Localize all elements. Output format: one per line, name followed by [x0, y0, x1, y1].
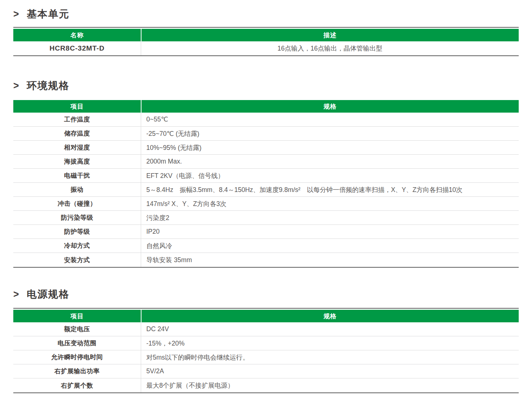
- row-value: 自然风冷: [141, 239, 519, 253]
- section-title-basic-unit: 基本单元: [27, 8, 69, 20]
- model-description: 16点输入，16点输出，晶体管输出型: [141, 41, 519, 55]
- column-header-name: 名称: [13, 29, 141, 41]
- table-row: 允许瞬时停电时间 对5ms以下的瞬时停电会继续运行。: [13, 350, 519, 364]
- row-value: 污染度2: [141, 211, 519, 224]
- table-row: 冷却方式 自然风冷: [13, 239, 519, 253]
- basic-unit-table: 名称 描述 HCR8C-32MT-D 16点输入，16点输出，晶体管输出型: [13, 27, 519, 56]
- table-row: 防污染等级 污染度2: [13, 211, 519, 225]
- row-label: 工作温度: [13, 113, 141, 126]
- table-row: 右扩展个数 最大8个扩展（不接扩展电源）: [13, 378, 519, 392]
- row-label: 冲击（碰撞）: [13, 197, 141, 210]
- row-value: 147m/s² X、Y、Z方向各3次: [141, 197, 519, 210]
- table-row: HCR8C-32MT-D 16点输入，16点输出，晶体管输出型: [13, 41, 519, 55]
- row-value: -15%，+20%: [141, 336, 519, 350]
- table-row: 储存温度 -25~70℃ (无结露): [13, 127, 519, 141]
- table-row: 电压变动范围 -15%，+20%: [13, 336, 519, 350]
- section-environment-header: > 环境规格: [13, 80, 519, 92]
- row-value: EFT 2KV（电源、信号线）: [141, 169, 519, 182]
- column-header-item: 项目: [13, 310, 141, 322]
- row-label: 防污染等级: [13, 211, 141, 224]
- row-value: 0~55℃: [141, 113, 519, 126]
- table-row: 相对湿度 10%~95% (无结露): [13, 141, 519, 155]
- table-header-row: 项目 规格: [13, 310, 519, 322]
- row-label: 额定电压: [13, 322, 141, 336]
- row-value: IP20: [141, 225, 519, 239]
- table-row: 右扩展输出功率 5V/2A: [13, 364, 519, 378]
- table-row: 工作温度 0~55℃: [13, 113, 519, 127]
- row-label: 右扩展输出功率: [13, 364, 141, 378]
- table-header-row: 名称 描述: [13, 29, 519, 41]
- environment-spec-table: 项目 规格 工作温度 0~55℃ 储存温度 -25~70℃ (无结露) 相对湿度…: [13, 100, 519, 268]
- row-value: 10%~95% (无结露): [141, 141, 519, 154]
- table-row: 海拔高度 2000m Max.: [13, 155, 519, 169]
- row-label: 相对湿度: [13, 141, 141, 154]
- row-label: 电磁干扰: [13, 169, 141, 182]
- table-row: 电磁干扰 EFT 2KV（电源、信号线）: [13, 169, 519, 183]
- column-header-spec: 规格: [141, 100, 519, 113]
- section-basic-unit-header: > 基本单元: [13, 0, 519, 20]
- model-name: HCR8C-32MT-D: [13, 41, 141, 55]
- row-value: 5V/2A: [141, 364, 519, 378]
- table-row: 额定电压 DC 24V: [13, 322, 519, 336]
- table-row: 安装方式 导轨安装 35mm: [13, 253, 519, 267]
- power-spec-table: 项目 规格 额定电压 DC 24V 电压变动范围 -15%，+20% 允许瞬时停…: [13, 308, 519, 393]
- section-power-header: > 电源规格: [13, 288, 519, 300]
- row-value: 最大8个扩展（不接扩展电源）: [141, 378, 519, 392]
- row-label: 储存温度: [13, 127, 141, 140]
- row-value: DC 24V: [141, 322, 519, 336]
- table-row: 振动 5～8.4Hz 振幅3.5mm、8.4～150Hz、加速度9.8m/s² …: [13, 183, 519, 197]
- row-value: 5～8.4Hz 振幅3.5mm、8.4～150Hz、加速度9.8m/s² 以每分…: [141, 183, 519, 196]
- column-header-item: 项目: [13, 100, 141, 113]
- row-label: 振动: [13, 183, 141, 196]
- table-row: 冲击（碰撞） 147m/s² X、Y、Z方向各3次: [13, 197, 519, 211]
- column-header-spec: 规格: [141, 310, 519, 322]
- section-title-power: 电源规格: [27, 288, 69, 300]
- row-label: 海拔高度: [13, 155, 141, 168]
- table-header-row: 项目 规格: [13, 100, 519, 113]
- row-label: 允许瞬时停电时间: [13, 350, 141, 364]
- row-label: 冷却方式: [13, 239, 141, 253]
- chevron-right-icon: >: [13, 9, 19, 19]
- row-label: 防护等级: [13, 225, 141, 239]
- catalog-page: > 基本单元 名称 描述 HCR8C-32MT-D 16点输入，16点输出，晶体…: [0, 0, 532, 398]
- row-label: 电压变动范围: [13, 336, 141, 350]
- row-value: 对5ms以下的瞬时停电会继续运行。: [141, 350, 519, 364]
- row-label: 右扩展个数: [13, 378, 141, 392]
- table-row: 防护等级 IP20: [13, 225, 519, 239]
- row-value: 2000m Max.: [141, 155, 519, 168]
- chevron-right-icon: >: [13, 80, 19, 90]
- row-value: 导轨安装 35mm: [141, 253, 519, 267]
- page-content: > 基本单元 名称 描述 HCR8C-32MT-D 16点输入，16点输出，晶体…: [13, 0, 519, 393]
- chevron-right-icon: >: [13, 289, 19, 299]
- section-title-environment: 环境规格: [27, 80, 69, 92]
- row-label: 安装方式: [13, 253, 141, 267]
- row-value: -25~70℃ (无结露): [141, 127, 519, 140]
- column-header-description: 描述: [141, 29, 519, 41]
